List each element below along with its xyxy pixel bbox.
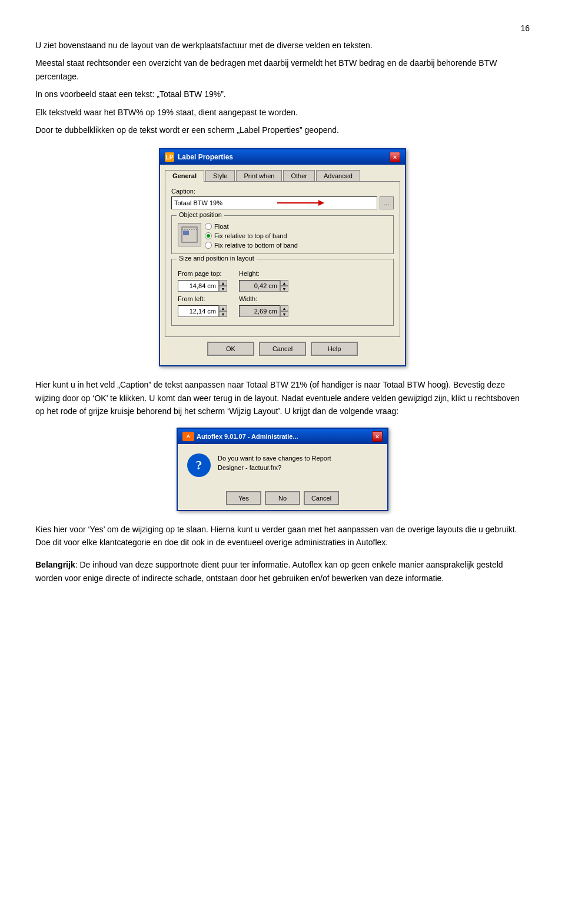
important-label: Belangrijk [35,560,75,569]
radio-fix-top-circle[interactable] [205,232,212,239]
height-field: Height: ▲ ▼ [239,270,288,292]
dialog-inner: General Style Print when Other Advanced … [160,165,405,365]
autoflex-message: Do you want to save changes to Report De… [218,453,331,473]
size-position-group: Size and position in layout From page to… [171,259,394,326]
width-input[interactable] [239,305,280,317]
tab-print-when[interactable]: Print when [236,170,282,182]
paragraph-3: In ons voorbeeld staat een tekst: „Totaa… [35,88,530,101]
dialog-buttons: OK Cancel Help [165,337,400,361]
from-page-top-field: From page top: ▲ ▼ [178,270,227,292]
width-spin-down[interactable]: ▼ [280,311,288,317]
radio-fix-bottom-label: Fix relative to bottom of band [214,242,298,249]
autoflex-dialog-titlebar: A Autoflex 9.01.07 - Administratie... × [178,429,387,444]
page-number: 16 [35,24,530,33]
from-page-top-label: From page top: [178,270,227,277]
dialog-close-button[interactable]: × [390,152,400,162]
object-position-group: Object position Float [171,215,394,254]
object-position-title: Object position [177,211,224,218]
from-page-top-input[interactable] [178,280,219,292]
autoflex-close-button[interactable]: × [372,431,383,442]
width-spin-up[interactable]: ▲ [280,305,288,311]
autoflex-dialog-buttons: Yes No Cancel [178,486,387,510]
object-position-icon [178,223,201,246]
autoflex-message-line2: Designer - factuur.frx? [218,463,331,473]
width-field: Width: ▲ ▼ [239,295,288,317]
radio-fix-bottom-circle[interactable] [205,242,212,249]
autoflex-dialog-content: ? Do you want to save changes to Report … [178,444,387,486]
size-position-title: Size and position in layout [177,255,257,262]
tab-style[interactable]: Style [205,170,235,182]
after-dialog2-paragraph: Kies hier voor ‘Yes’ om de wijziging op … [35,523,530,549]
from-left-spin-up[interactable]: ▲ [219,305,227,311]
svg-marker-1 [318,200,324,206]
radio-float[interactable]: Float [205,223,298,230]
tab-bar: General Style Print when Other Advanced [165,169,400,181]
tab-advanced[interactable]: Advanced [316,170,360,182]
yes-button[interactable]: Yes [226,491,261,505]
help-button[interactable]: Help [311,342,358,356]
height-label: Height: [239,270,288,277]
height-spin-up[interactable]: ▲ [280,280,288,286]
paragraph-2: Meestal staat rechtsonder een overzicht … [35,56,530,83]
paragraph-4: Elk tekstveld waar het BTW% op 19% staat… [35,106,530,119]
caption-browse-button[interactable]: ... [380,196,394,209]
from-left-spin-down[interactable]: ▼ [219,311,227,317]
paragraph-5: Door te dubbelklikken op de tekst wordt … [35,124,530,136]
dialog-titlebar: LP Label Properties × [160,149,405,165]
tab-other[interactable]: Other [283,170,315,182]
dialog-title: Label Properties [178,153,233,161]
dialog-app-icon: LP [165,152,174,162]
tab-general[interactable]: General [165,170,204,182]
from-page-top-spin-up[interactable]: ▲ [219,280,227,286]
tab-content: Caption: ... Object position [165,181,400,337]
red-arrow-decoration [277,198,324,208]
ok-button[interactable]: OK [207,342,254,356]
height-input[interactable] [239,280,280,292]
radio-fix-top-label: Fix relative to top of band [214,232,287,239]
from-left-input[interactable] [178,305,219,317]
width-label: Width: [239,295,288,302]
from-page-top-spin-down[interactable]: ▼ [219,286,227,292]
radio-float-label: Float [214,223,228,230]
autoflex-message-line1: Do you want to save changes to Report [218,453,331,463]
label-properties-dialog: LP Label Properties × General Style Prin… [159,148,406,366]
important-text: De inhoud van deze supportnote dient puu… [35,560,503,582]
autoflex-dialog: A Autoflex 9.01.07 - Administratie... × … [177,428,388,511]
middle-paragraph: Hier kunt u in het veld „Caption” de tek… [35,378,530,418]
autoflex-cancel-button[interactable]: Cancel [304,491,339,505]
paragraph-1: U ziet bovenstaand nu de layout van de w… [35,39,530,52]
radio-fix-top[interactable]: Fix relative to top of band [205,232,298,239]
important-paragraph: Belangrijk: De inhoud van deze supportno… [35,558,530,585]
caption-label: Caption: [171,188,394,195]
radio-fix-bottom[interactable]: Fix relative to bottom of band [205,242,298,249]
from-left-field: From left: ▲ ▼ [178,295,227,317]
question-icon: ? [187,453,211,477]
autoflex-dialog-title: Autoflex 9.01.07 - Administratie... [197,433,298,440]
caption-input[interactable] [171,196,377,209]
no-button[interactable]: No [265,491,300,505]
cancel-button[interactable]: Cancel [259,342,306,356]
svg-rect-3 [183,231,189,235]
from-left-label: From left: [178,295,227,302]
autoflex-icon: A [182,432,194,441]
radio-float-circle[interactable] [205,223,212,230]
height-spin-down[interactable]: ▼ [280,286,288,292]
radio-options: Float Fix relative to top of band Fix re… [205,223,298,249]
